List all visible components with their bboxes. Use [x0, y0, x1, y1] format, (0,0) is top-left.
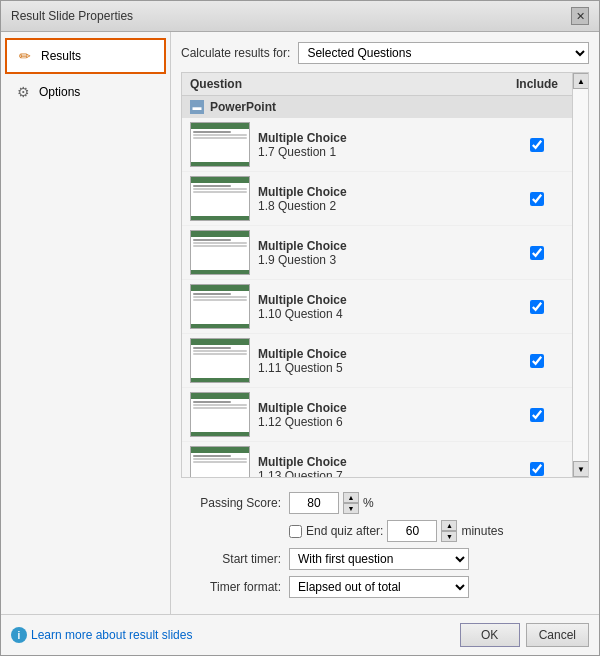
question-info: Multiple Choice 1.11 Question 5: [258, 347, 502, 375]
table-row: Multiple Choice 1.12 Question 6: [182, 388, 572, 442]
question-type: Multiple Choice: [258, 347, 502, 361]
table-row: Multiple Choice 1.8 Question 2: [182, 172, 572, 226]
end-quiz-spinner: ▲ ▼: [441, 520, 457, 542]
dialog-title: Result Slide Properties: [11, 9, 133, 23]
include-checkbox-6[interactable]: [530, 408, 544, 422]
question-name: 1.7 Question 1: [258, 145, 502, 159]
question-include-checkbox[interactable]: [502, 354, 572, 368]
col-include-header: Include: [502, 77, 572, 91]
timer-format-label: Timer format:: [181, 580, 281, 594]
passing-score-label: Passing Score:: [181, 496, 281, 510]
question-info: Multiple Choice 1.13 Question 7: [258, 455, 502, 478]
passing-score-unit: %: [363, 496, 374, 510]
question-type: Multiple Choice: [258, 185, 502, 199]
scroll-up-arrow[interactable]: ▲: [573, 73, 589, 89]
passing-score-up-btn[interactable]: ▲: [343, 492, 359, 503]
end-quiz-checkbox[interactable]: [289, 525, 302, 538]
start-timer-select[interactable]: With first question Immediately Manually: [289, 548, 469, 570]
scroll-thumb[interactable]: [573, 89, 588, 461]
include-checkbox-5[interactable]: [530, 354, 544, 368]
question-thumbnail: [190, 230, 250, 275]
question-table: Question Include ▬ PowerPoint: [181, 72, 589, 478]
passing-score-down-btn[interactable]: ▼: [343, 503, 359, 514]
scroll-down-arrow[interactable]: ▼: [573, 461, 589, 477]
question-info: Multiple Choice 1.7 Question 1: [258, 131, 502, 159]
end-quiz-up-btn[interactable]: ▲: [441, 520, 457, 531]
passing-score-row: Passing Score: ▲ ▼ %: [181, 492, 589, 514]
passing-score-input[interactable]: [289, 492, 339, 514]
footer-buttons: OK Cancel: [460, 623, 589, 647]
sidebar: ✏ Results ⚙ Options: [1, 32, 171, 614]
question-include-checkbox[interactable]: [502, 192, 572, 206]
question-name: 1.13 Question 7: [258, 469, 502, 478]
ok-button[interactable]: OK: [460, 623, 520, 647]
dialog-body: ✏ Results ⚙ Options Calculate results fo…: [1, 32, 599, 614]
question-type: Multiple Choice: [258, 131, 502, 145]
table-scroll[interactable]: ▬ PowerPoint Multiple Choice 1.7 Questio…: [182, 96, 572, 477]
gear-icon: ⚙: [15, 84, 31, 100]
question-info: Multiple Choice 1.10 Question 4: [258, 293, 502, 321]
main-content: Calculate results for: Selected Question…: [171, 32, 599, 614]
timer-format-row: Timer format: Elapsed out of total Elaps…: [181, 576, 589, 598]
learn-more-link[interactable]: i Learn more about result slides: [11, 627, 192, 643]
passing-score-spinner: ▲ ▼: [343, 492, 359, 514]
question-name: 1.10 Question 4: [258, 307, 502, 321]
start-timer-label: Start timer:: [181, 552, 281, 566]
end-quiz-label: End quiz after:: [289, 524, 383, 538]
question-thumbnail: [190, 176, 250, 221]
pencil-icon: ✏: [17, 48, 33, 64]
question-info: Multiple Choice 1.12 Question 6: [258, 401, 502, 429]
dialog: Result Slide Properties ✕ ✏ Results ⚙ Op…: [0, 0, 600, 656]
question-name: 1.11 Question 5: [258, 361, 502, 375]
question-thumbnail: [190, 392, 250, 437]
start-timer-row: Start timer: With first question Immedia…: [181, 548, 589, 570]
end-quiz-label-text: End quiz after:: [306, 524, 383, 538]
group-header-powerpoint: ▬ PowerPoint: [182, 96, 572, 118]
table-row: Multiple Choice 1.9 Question 3: [182, 226, 572, 280]
question-include-checkbox[interactable]: [502, 300, 572, 314]
end-quiz-unit: minutes: [461, 524, 503, 538]
question-type: Multiple Choice: [258, 401, 502, 415]
question-include-checkbox[interactable]: [502, 246, 572, 260]
question-include-checkbox[interactable]: [502, 462, 572, 476]
question-thumbnail: [190, 284, 250, 329]
sidebar-item-results[interactable]: ✏ Results: [5, 38, 166, 74]
question-name: 1.9 Question 3: [258, 253, 502, 267]
bottom-section: Passing Score: ▲ ▼ %: [181, 484, 589, 604]
calc-select[interactable]: Selected Questions All Questions: [298, 42, 589, 64]
sidebar-item-label-options: Options: [39, 85, 80, 99]
question-type: Multiple Choice: [258, 455, 502, 469]
table-row: Multiple Choice 1.7 Question 1: [182, 118, 572, 172]
include-checkbox-2[interactable]: [530, 192, 544, 206]
question-type: Multiple Choice: [258, 293, 502, 307]
cancel-button[interactable]: Cancel: [526, 623, 589, 647]
calc-row: Calculate results for: Selected Question…: [181, 42, 589, 64]
table-row: Multiple Choice 1.10 Question 4: [182, 280, 572, 334]
question-thumbnail: [190, 338, 250, 383]
close-button[interactable]: ✕: [571, 7, 589, 25]
learn-more-text: Learn more about result slides: [31, 628, 192, 642]
table-header: Question Include: [182, 73, 572, 96]
sidebar-item-label-results: Results: [41, 49, 81, 63]
footer: i Learn more about result slides OK Canc…: [1, 614, 599, 655]
include-checkbox-1[interactable]: [530, 138, 544, 152]
include-checkbox-3[interactable]: [530, 246, 544, 260]
question-thumbnail: [190, 122, 250, 167]
question-name: 1.8 Question 2: [258, 199, 502, 213]
end-quiz-down-btn[interactable]: ▼: [441, 531, 457, 542]
sidebar-item-options[interactable]: ⚙ Options: [5, 76, 166, 108]
info-icon: i: [11, 627, 27, 643]
calc-label: Calculate results for:: [181, 46, 290, 60]
collapse-icon[interactable]: ▬: [190, 100, 204, 114]
timer-format-select[interactable]: Elapsed out of total Elapsed Total remai…: [289, 576, 469, 598]
include-checkbox-4[interactable]: [530, 300, 544, 314]
scrollbar[interactable]: ▲ ▼: [572, 73, 588, 477]
include-checkbox-7[interactable]: [530, 462, 544, 476]
end-quiz-input-group: End quiz after: ▲ ▼ minutes: [289, 520, 503, 542]
question-info: Multiple Choice 1.9 Question 3: [258, 239, 502, 267]
col-question-header: Question: [182, 77, 502, 91]
end-quiz-value-input[interactable]: [387, 520, 437, 542]
question-include-checkbox[interactable]: [502, 408, 572, 422]
question-include-checkbox[interactable]: [502, 138, 572, 152]
group-name: PowerPoint: [210, 100, 276, 114]
